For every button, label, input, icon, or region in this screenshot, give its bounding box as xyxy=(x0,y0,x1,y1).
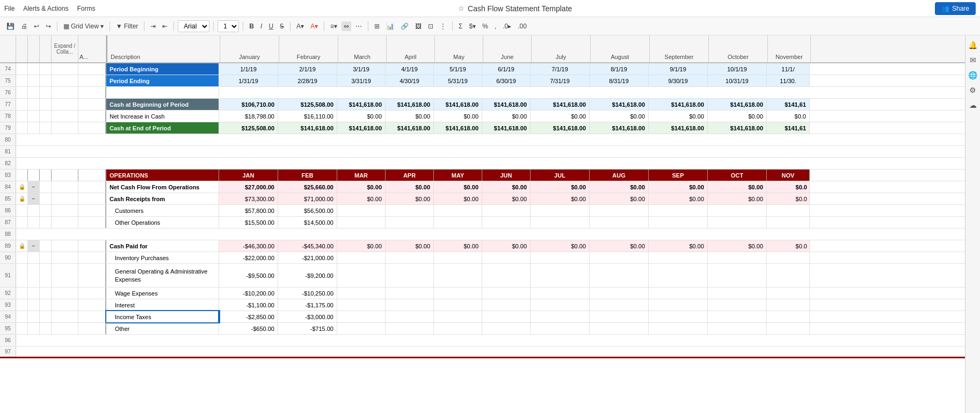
font-select[interactable]: Arial xyxy=(178,20,209,32)
table-row: 87 Other Operations $15,500.00 $14,500.0… xyxy=(0,217,965,228)
table-row: 84 🔒 − Net Cash Flow From Operations $27… xyxy=(0,181,965,193)
table-row: 82 xyxy=(0,158,965,169)
print-button[interactable]: 🖨 xyxy=(19,21,30,31)
grid-view-button[interactable]: ▦ Grid View ▾ xyxy=(61,21,106,31)
col-header-jun: June xyxy=(483,35,532,62)
font-size-select[interactable]: 10 xyxy=(217,20,239,32)
sidebar-icon-5[interactable]: ☁ xyxy=(969,101,977,109)
decimal-more-button[interactable]: .00 xyxy=(516,21,529,31)
col-header-oct: October xyxy=(709,35,768,62)
sep3 xyxy=(144,21,144,31)
star-icon: ☆ xyxy=(458,4,464,12)
sidebar-icon-2[interactable]: ✉ xyxy=(970,56,976,64)
percent-button[interactable]: % xyxy=(480,21,490,31)
table-row: 93 Interest -$1,100.00 -$1,175.00 xyxy=(0,299,965,311)
col-header-jul: July xyxy=(532,35,591,62)
table-row: 88 xyxy=(0,228,965,240)
col-header-may: May xyxy=(435,35,483,62)
underline-button[interactable]: U xyxy=(266,21,275,31)
col-header-check xyxy=(16,35,28,62)
grid-scroll-area[interactable]: 74 Period Beginning 1/1/19 2/1/19 3/1/19… xyxy=(0,63,965,413)
table-row: 96 xyxy=(0,335,965,346)
comma-button[interactable]: , xyxy=(492,21,498,31)
sum-button[interactable]: Σ xyxy=(456,21,464,31)
col-header-nov: November xyxy=(768,35,811,62)
sidebar-icon-1[interactable]: 🔔 xyxy=(968,41,977,49)
chevron-down-icon: ▾ xyxy=(100,23,104,30)
menu-file[interactable]: File xyxy=(4,5,14,12)
link-button[interactable]: 🔗 xyxy=(398,21,411,31)
sep1 xyxy=(57,21,57,31)
grid-icon: ▦ xyxy=(63,23,69,30)
italic-button[interactable]: I xyxy=(258,21,264,31)
table-row: 91 General Operating & Administrative Ex… xyxy=(0,264,965,287)
decimal-less-button[interactable]: .0▸ xyxy=(500,21,513,31)
sep4 xyxy=(173,21,174,31)
top-bar: File Alerts & Actions Forms ☆ Cash Flow … xyxy=(0,0,980,17)
indent-button[interactable]: ⇥ xyxy=(148,21,158,31)
title-area: ☆ Cash Flow Statement Template xyxy=(458,4,572,13)
table-row: 89 🔒 − Cash Paid for -$46,300.00 -$45,34… xyxy=(0,240,965,252)
collapse-89[interactable]: − xyxy=(28,240,40,252)
toolbar: 💾 🖨 ↩ ↪ ▦ Grid View ▾ ▼ Filter ⇥ ⇤ Arial… xyxy=(0,17,980,35)
col-header-a: A... xyxy=(78,35,106,62)
menu-bar: File Alerts & Actions Forms xyxy=(4,5,95,12)
share-button[interactable]: 👥 Share xyxy=(935,2,976,15)
undo-button[interactable]: ↩ xyxy=(32,21,41,31)
column-headers: Expand / Colla... A... Description Janua… xyxy=(0,35,965,63)
col-header-jan: January xyxy=(220,35,279,62)
strikethrough-button[interactable]: S̶ xyxy=(278,21,286,31)
table-row: 83 OPERATIONS JAN FEB MAR APR MAY JUN JU… xyxy=(0,169,965,181)
sidebar-icon-3[interactable]: 🌐 xyxy=(968,71,977,79)
freeze-headers: Expand / Colla... A... xyxy=(16,35,107,62)
outdent-button[interactable]: ⇤ xyxy=(160,21,170,31)
sheet-title: Cash Flow Statement Template xyxy=(468,4,572,13)
table-row: 95 Other -$650.00 -$715.00 xyxy=(0,323,965,335)
collapse-85[interactable]: − xyxy=(28,193,40,204)
table-row: 94 Income Taxes -$2,850.00 -$3,000.00 xyxy=(0,311,965,323)
sep5 xyxy=(213,21,214,31)
table-row: 92 Wage Expenses -$10,200.00 -$10,250.00 xyxy=(0,287,965,299)
table-row: 97 xyxy=(0,346,965,358)
more1-button[interactable]: ⊡ xyxy=(426,21,435,31)
right-sidebar: 🔔 ✉ 🌐 ⚙ ☁ xyxy=(965,35,980,413)
col-header-sep: September xyxy=(650,35,709,62)
save-button[interactable]: 💾 xyxy=(4,21,17,31)
redo-button[interactable]: ↪ xyxy=(43,21,53,31)
collapse-84[interactable]: − xyxy=(28,181,40,193)
fill-color-button[interactable]: A▾ xyxy=(294,21,306,31)
table-row: 86 Customers $57,800.00 $56,500.00 xyxy=(0,205,965,217)
more2-button[interactable]: ⋮ xyxy=(438,21,448,31)
bold-button[interactable]: B xyxy=(247,21,256,31)
table-row: 76 xyxy=(0,87,965,99)
text-color-button[interactable]: A▾ xyxy=(308,21,320,31)
wrap-button[interactable]: ⇔ xyxy=(342,21,351,31)
menu-forms[interactable]: Forms xyxy=(77,5,95,12)
dollar-button[interactable]: $▾ xyxy=(467,21,478,31)
more-format-button[interactable]: ⋯ xyxy=(353,21,364,31)
sep10 xyxy=(452,21,453,31)
table-row: 81 xyxy=(0,146,965,158)
selected-cell-income-taxes[interactable]: Income Taxes xyxy=(106,311,219,322)
sidebar-icon-4[interactable]: ⚙ xyxy=(969,86,976,94)
table-row: 75 Period Ending 1/31/19 2/28/19 3/31/19… xyxy=(0,75,965,87)
table-row: 85 🔒 − Cash Receipts from $73,300.00 $71… xyxy=(0,193,965,205)
col-header-info xyxy=(40,35,52,62)
sep9 xyxy=(368,21,368,31)
table-button[interactable]: ⊞ xyxy=(372,21,382,31)
col-header-expand: Expand / Colla... xyxy=(52,35,78,62)
col-header-description: Description xyxy=(107,35,220,62)
image-button[interactable]: 🖼 xyxy=(413,21,424,31)
filter-icon: ▼ xyxy=(116,23,122,30)
col-header-feb: February xyxy=(279,35,338,62)
menu-alerts[interactable]: Alerts & Actions xyxy=(23,5,68,12)
filter-button[interactable]: ▼ Filter xyxy=(114,21,141,31)
table-row: 80 xyxy=(0,134,965,146)
table-row: 78 Net Increase in Cash $18,798.00 $16,1… xyxy=(0,110,965,122)
table-row: 90 Inventory Purchases -$22,000.00 -$21,… xyxy=(0,252,965,264)
col-header-mar: March xyxy=(338,35,387,62)
chart-button[interactable]: 📊 xyxy=(384,21,396,31)
share-icon: 👥 xyxy=(941,5,949,12)
col-header-aug: August xyxy=(591,35,650,62)
align-button[interactable]: ≡▾ xyxy=(328,21,339,31)
